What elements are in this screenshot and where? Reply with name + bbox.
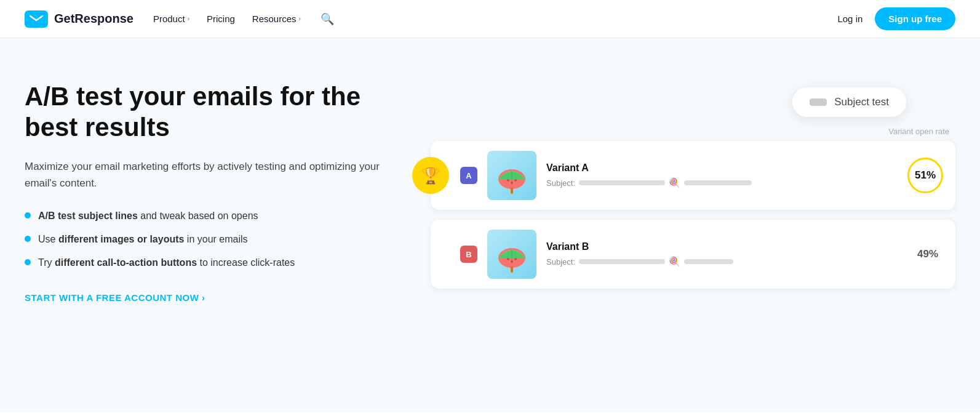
- variant-card-a: 🏆 A: [431, 141, 955, 210]
- bullet-1-text: A/B test subject lines and tweak based o…: [38, 209, 258, 223]
- bullet-1: A/B test subject lines and tweak based o…: [25, 209, 394, 223]
- variant-badge-a: A: [460, 167, 477, 184]
- variant-b-subject-bar-long: [684, 259, 733, 264]
- svg-point-13: [511, 260, 513, 263]
- variant-b-subject-label: Subject:: [546, 257, 575, 267]
- svg-point-4: [507, 179, 509, 182]
- variants-container: 🏆 A: [431, 141, 955, 289]
- bullet-3-text: Try different call-to-action buttons to …: [38, 255, 295, 270]
- variant-b-name: Variant B: [546, 241, 907, 252]
- variant-b-subject-bar: [579, 259, 665, 264]
- variant-a-rate-circle: 51%: [907, 158, 943, 193]
- variant-a-name: Variant A: [546, 162, 898, 174]
- trophy-badge: 🏆: [412, 157, 449, 194]
- search-icon[interactable]: 🔍: [318, 10, 337, 28]
- variant-badge-b: B: [460, 246, 477, 263]
- hero-bullets: A/B test subject lines and tweak based o…: [25, 209, 394, 270]
- pill-icon: [810, 98, 827, 106]
- variant-b-subject: Subject: 🍭: [546, 256, 907, 267]
- bullet-2-text: Use different images or layouts in your …: [38, 232, 248, 247]
- resources-chevron-icon: ›: [299, 15, 301, 22]
- variant-a-subject-label: Subject:: [546, 178, 575, 188]
- hero-subtitle: Maximize your email marketing efforts by…: [25, 158, 394, 191]
- logo-text: GetResponse: [54, 12, 133, 26]
- nav-product-label: Product: [153, 14, 185, 24]
- svg-rect-0: [29, 14, 44, 25]
- svg-rect-7: [511, 188, 513, 194]
- variant-a-subject-bar-long: [684, 180, 752, 185]
- cta-link[interactable]: START WITH A FREE ACCOUNT NOW ›: [25, 292, 205, 303]
- subject-test-pill: Subject test: [792, 87, 906, 117]
- svg-point-5: [514, 179, 517, 182]
- nav-pricing-label: Pricing: [207, 14, 235, 24]
- variant-b-rate: 49%: [917, 248, 943, 260]
- navbar: GetResponse Product › Pricing Resources …: [0, 0, 980, 38]
- variant-a-subject-bar: [579, 180, 665, 185]
- variant-b-info: Variant B Subject: 🍭: [546, 241, 907, 267]
- variant-a-subject: Subject: 🍭: [546, 177, 898, 188]
- nav-link-resources[interactable]: Resources ›: [252, 14, 301, 24]
- svg-point-11: [507, 258, 509, 260]
- nav-right: Log in Sign up free: [837, 7, 955, 30]
- variant-thumbnail-a: [487, 151, 536, 200]
- hero-title: A/B test your emails for the best result…: [25, 81, 394, 143]
- lollipop-b-icon: 🍭: [669, 256, 680, 267]
- svg-point-12: [514, 258, 517, 260]
- variant-a-info: Variant A Subject: 🍭: [546, 162, 898, 188]
- variant-card-b: B Variant B: [431, 220, 955, 289]
- bullet-3: Try different call-to-action buttons to …: [25, 255, 394, 270]
- bullet-dot-3: [25, 259, 31, 265]
- login-link[interactable]: Log in: [837, 14, 862, 24]
- lollipop-icon: 🍭: [669, 177, 680, 188]
- nav-left: GetResponse Product › Pricing Resources …: [25, 10, 337, 28]
- logo[interactable]: GetResponse: [25, 10, 133, 28]
- nav-link-pricing[interactable]: Pricing: [207, 14, 235, 24]
- svg-rect-14: [511, 267, 513, 273]
- logo-svg: [29, 14, 44, 25]
- hero-illustration: Subject test Variant open rate 🏆 A: [431, 75, 955, 383]
- nav-resources-label: Resources: [252, 14, 297, 24]
- bullet-dot-1: [25, 212, 31, 219]
- subject-pill-label: Subject test: [834, 96, 889, 108]
- hero-section: A/B test your emails for the best result…: [0, 38, 980, 412]
- nav-link-product[interactable]: Product ›: [153, 14, 189, 24]
- product-chevron-icon: ›: [188, 15, 189, 22]
- variant-thumbnail-b: [487, 230, 536, 279]
- hero-left: A/B test your emails for the best result…: [25, 75, 394, 303]
- svg-point-6: [511, 182, 513, 184]
- bullet-2: Use different images or layouts in your …: [25, 232, 394, 247]
- nav-links: Product › Pricing Resources › 🔍: [153, 10, 337, 28]
- logo-icon: [25, 10, 48, 28]
- variant-b-rate-value: 49%: [917, 248, 938, 260]
- bullet-dot-2: [25, 236, 31, 242]
- watermelon-svg-a: [492, 156, 532, 195]
- watermelon-svg-b: [492, 235, 532, 274]
- variant-open-rate-label: Variant open rate: [888, 127, 949, 136]
- signup-button[interactable]: Sign up free: [875, 7, 955, 30]
- variant-a-rate: 51%: [907, 158, 943, 193]
